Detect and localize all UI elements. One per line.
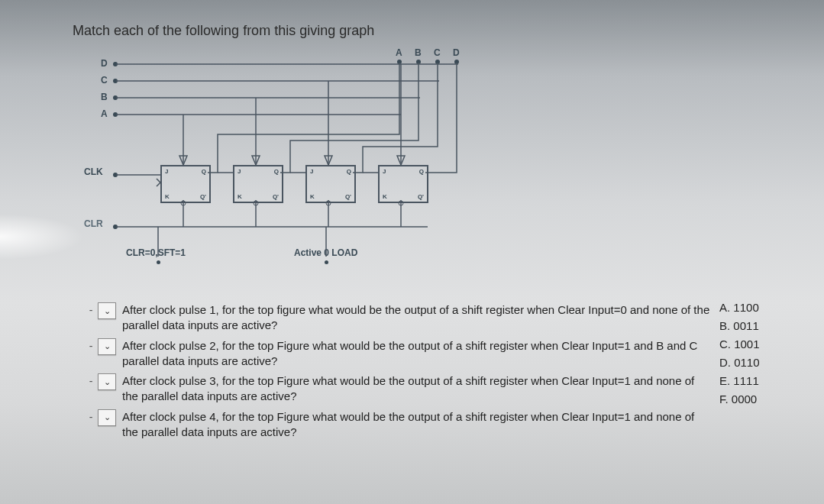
- match-row-3: - ⌄ After clock pulse 3, for the top Fig…: [84, 373, 763, 405]
- side-input-d: D: [101, 58, 108, 69]
- row-marker: -: [84, 373, 98, 387]
- answer-dropdown-2[interactable]: ⌄: [98, 338, 116, 355]
- option-f: F. 0000: [719, 393, 767, 405]
- question-text: After clock pulse 4, for the top Figure …: [122, 409, 710, 441]
- match-row-1: - ⌄ After clock pulse 1, for the top fig…: [84, 302, 763, 334]
- answer-dropdown-3[interactable]: ⌄: [98, 373, 116, 390]
- option-a: A. 1100: [719, 301, 767, 314]
- question-text: After clock pulse 2, for the top Figure …: [122, 338, 710, 370]
- side-input-a: A: [101, 108, 108, 119]
- match-row-4: - ⌄ After clock pulse 4, for the top Fig…: [84, 409, 763, 441]
- clk-label: CLK: [84, 166, 103, 177]
- top-output-b: B: [415, 47, 422, 58]
- chevron-down-icon: ⌄: [104, 377, 111, 387]
- chevron-down-icon: ⌄: [104, 412, 111, 422]
- option-c: C. 1001: [719, 338, 767, 351]
- chevron-down-icon: ⌄: [104, 341, 111, 351]
- option-b: B. 0011: [719, 319, 767, 332]
- circuit-diagram: D C B A A B C D CLK CLR CLR=0,SFT=1 Acti…: [115, 58, 542, 279]
- row-marker: -: [84, 409, 98, 423]
- top-output-d: D: [453, 47, 460, 58]
- option-e: E. 1111: [719, 374, 767, 387]
- match-row-2: - ⌄ After clock pulse 2, for the top Fig…: [84, 338, 763, 370]
- circuit-wires: [115, 58, 542, 279]
- row-marker: -: [84, 338, 98, 352]
- option-d: D. 0110: [719, 356, 767, 369]
- clr-label: CLR: [84, 218, 103, 229]
- question-prompt: Match each of the following from this gi…: [73, 23, 763, 39]
- top-output-a: A: [396, 47, 402, 58]
- row-marker: -: [84, 302, 98, 316]
- question-text: After clock pulse 3, for the top Figure …: [122, 373, 710, 405]
- answer-dropdown-1[interactable]: ⌄: [98, 302, 116, 319]
- answer-dropdown-4[interactable]: ⌄: [98, 409, 116, 426]
- side-input-c: C: [101, 75, 108, 86]
- matching-questions: - ⌄ After clock pulse 1, for the top fig…: [84, 302, 763, 440]
- side-input-b: B: [101, 92, 108, 102]
- chevron-down-icon: ⌄: [104, 306, 111, 316]
- question-text: After clock pulse 1, for the top figure …: [122, 302, 710, 334]
- top-output-c: C: [434, 47, 441, 58]
- answer-options: A. 1100 B. 0011 C. 1001 D. 0110 E. 1111 …: [719, 301, 767, 411]
